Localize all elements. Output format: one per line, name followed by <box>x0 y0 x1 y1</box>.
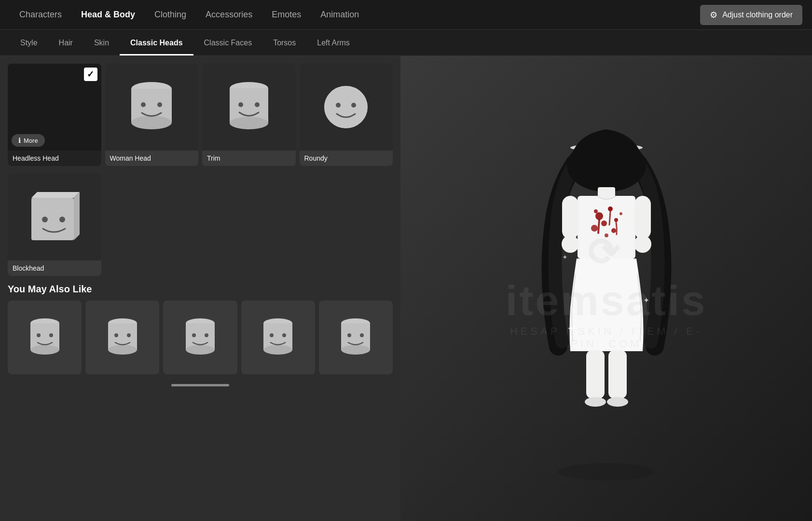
info-icon: ℹ <box>18 137 21 144</box>
svg-rect-69 <box>608 350 627 398</box>
more-button[interactable]: ℹ More <box>12 134 45 147</box>
svg-point-12 <box>336 103 341 108</box>
svg-point-58 <box>591 225 598 232</box>
roundy-svg-container <box>300 64 393 151</box>
svg-point-9 <box>255 102 260 107</box>
subnav-hair[interactable]: Hair <box>48 30 83 55</box>
scroll-indicator-container <box>8 384 393 386</box>
adjust-btn-label: Adjust clothing order <box>722 11 793 19</box>
character-svg: ✦ ✦ ✦ ✦ <box>491 91 722 486</box>
item-blockhead[interactable]: Blockhead <box>8 174 101 276</box>
item-trim[interactable]: Trim <box>202 64 296 166</box>
nav-clothing[interactable]: Clothing <box>145 0 196 29</box>
subnav-classic-heads[interactable]: Classic Heads <box>120 30 193 55</box>
svg-point-57 <box>614 218 618 222</box>
svg-point-37 <box>270 333 274 337</box>
right-panel: ⟳ itemsatis HESAP / SKIN / ITEM / E-PIN … <box>400 56 812 521</box>
svg-point-45 <box>558 463 655 480</box>
svg-point-41 <box>341 345 370 355</box>
item-roundy-label: Roundy <box>300 151 393 166</box>
svg-point-7 <box>230 117 268 129</box>
svg-point-56 <box>601 220 607 226</box>
svg-point-68 <box>585 397 606 407</box>
item-woman-head-label: Woman Head <box>105 151 199 166</box>
svg-point-61 <box>594 209 598 213</box>
svg-point-33 <box>205 333 208 337</box>
svg-rect-67 <box>586 350 605 398</box>
nav-accessories[interactable]: Accessories <box>196 0 262 29</box>
rec-card-1[interactable] <box>8 301 82 374</box>
svg-text:✦: ✦ <box>562 253 568 261</box>
svg-point-38 <box>282 333 286 337</box>
woman-head-svg-container <box>105 64 199 151</box>
svg-point-18 <box>59 217 65 222</box>
svg-text:✦: ✦ <box>567 323 575 334</box>
svg-point-3 <box>141 102 146 107</box>
blockhead-svg-container <box>8 174 101 260</box>
scroll-indicator <box>171 384 229 386</box>
svg-point-28 <box>127 333 131 337</box>
rec-svg-1 <box>26 316 64 359</box>
item-headless-head-img: ℹ More <box>8 64 101 151</box>
svg-point-59 <box>611 228 616 233</box>
rec-svg-4 <box>259 316 297 359</box>
svg-point-11 <box>325 87 367 127</box>
svg-point-60 <box>619 212 622 215</box>
svg-rect-53 <box>578 196 635 259</box>
item-blockhead-label: Blockhead <box>8 260 101 276</box>
subnav-skin[interactable]: Skin <box>83 30 120 55</box>
svg-point-13 <box>351 103 356 108</box>
subnav-left-arms[interactable]: Left Arms <box>306 30 360 55</box>
item-trim-label: Trim <box>202 151 296 166</box>
svg-point-4 <box>157 102 162 107</box>
rec-svg-5 <box>336 316 375 359</box>
svg-point-64 <box>562 235 579 253</box>
svg-rect-14 <box>31 198 74 240</box>
item-trim-img <box>202 64 296 151</box>
nav-head-body[interactable]: Head & Body <box>71 0 145 29</box>
sub-navigation: Style Hair Skin Classic Heads Classic Fa… <box>0 30 812 56</box>
top-navigation: Characters Head & Body Clothing Accessor… <box>0 0 812 30</box>
svg-point-27 <box>114 333 118 337</box>
woman-head-svg <box>125 78 178 136</box>
svg-rect-65 <box>634 196 651 239</box>
rec-card-3[interactable] <box>163 301 237 374</box>
nav-animation[interactable]: Animation <box>311 0 369 29</box>
main-content: ℹ More Headless Head <box>0 56 812 521</box>
rec-svg-3 <box>181 316 220 359</box>
rec-card-2[interactable] <box>85 301 159 374</box>
trim-svg <box>225 80 273 135</box>
adjust-clothing-order-button[interactable]: ⚙ Adjust clothing order <box>700 5 802 25</box>
items-grid-row2: Blockhead <box>8 174 393 276</box>
items-grid-row1: ℹ More Headless Head <box>8 64 393 166</box>
item-blockhead-img <box>8 174 101 260</box>
svg-point-32 <box>192 333 196 337</box>
svg-rect-52 <box>598 187 615 197</box>
svg-marker-15 <box>31 192 80 198</box>
svg-point-23 <box>49 333 53 337</box>
svg-point-36 <box>263 345 292 355</box>
svg-rect-63 <box>562 196 578 239</box>
rec-card-4[interactable] <box>241 301 315 374</box>
subnav-style[interactable]: Style <box>10 30 48 55</box>
svg-marker-16 <box>74 192 80 240</box>
more-label: More <box>24 137 38 144</box>
svg-point-66 <box>634 235 651 253</box>
nav-emotes[interactable]: Emotes <box>262 0 311 29</box>
svg-point-2 <box>131 116 172 129</box>
item-woman-head[interactable]: Woman Head <box>105 64 199 166</box>
svg-point-42 <box>347 333 351 337</box>
sliders-icon: ⚙ <box>710 10 717 20</box>
rec-card-5[interactable] <box>319 301 393 374</box>
item-headless-head[interactable]: ℹ More Headless Head <box>8 64 101 166</box>
svg-point-17 <box>42 217 48 222</box>
left-panel: ℹ More Headless Head <box>0 56 400 521</box>
rec-svg-2 <box>103 316 142 359</box>
svg-point-22 <box>37 333 41 337</box>
nav-characters[interactable]: Characters <box>10 0 71 29</box>
subnav-torsos[interactable]: Torsos <box>262 30 306 55</box>
svg-point-21 <box>30 345 59 355</box>
subnav-classic-faces[interactable]: Classic Faces <box>193 30 263 55</box>
item-roundy[interactable]: Roundy <box>300 64 393 166</box>
svg-point-8 <box>238 102 243 107</box>
